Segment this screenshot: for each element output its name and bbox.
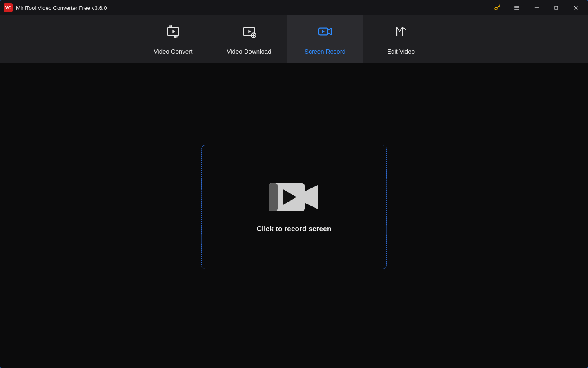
record-screen-button[interactable]: Click to record screen (201, 145, 387, 269)
tab-video-convert[interactable]: Video Convert (135, 15, 211, 63)
convert-icon (165, 23, 181, 40)
camcorder-icon (268, 181, 320, 213)
maximize-icon (553, 4, 559, 11)
tab-edit-video[interactable]: Edit Video (363, 15, 439, 63)
record-icon (317, 23, 333, 40)
main-tabstrip: Video Convert Video Download (0, 15, 588, 63)
titlebar-left: VC MiniTool Video Converter Free v3.6.0 (4, 3, 107, 12)
svg-rect-16 (269, 183, 278, 211)
tab-label: Edit Video (387, 48, 415, 55)
close-icon (572, 4, 579, 11)
upgrade-key-button[interactable] (488, 1, 507, 14)
close-button[interactable] (566, 1, 585, 14)
hamburger-menu-button[interactable] (508, 1, 526, 14)
svg-marker-14 (322, 29, 325, 33)
svg-marker-17 (305, 185, 318, 209)
tab-label: Screen Record (305, 48, 345, 55)
tab-label: Video Download (227, 48, 272, 55)
tabstrip-spacer (0, 15, 135, 63)
main-content: Click to record screen (0, 63, 588, 368)
edit-icon (393, 23, 409, 40)
tab-screen-record[interactable]: Screen Record (287, 15, 363, 63)
app-window: VC MiniTool Video Converter Free v3.6.0 (0, 0, 588, 368)
download-icon (241, 23, 257, 40)
maximize-button[interactable] (547, 1, 566, 14)
svg-marker-11 (248, 29, 251, 33)
tab-video-download[interactable]: Video Download (211, 15, 287, 63)
tab-label: Video Convert (154, 48, 193, 55)
svg-rect-5 (555, 6, 558, 9)
window-title: MiniTool Video Converter Free v3.6.0 (16, 5, 107, 11)
minimize-button[interactable] (527, 1, 546, 14)
hamburger-icon (514, 4, 520, 11)
minimize-icon (533, 4, 540, 11)
titlebar: VC MiniTool Video Converter Free v3.6.0 (0, 0, 588, 15)
tabs-container: Video Convert Video Download (135, 15, 439, 63)
svg-marker-9 (172, 29, 175, 33)
key-icon (494, 4, 501, 11)
titlebar-right (488, 1, 585, 14)
record-prompt-label: Click to record screen (257, 225, 332, 233)
app-logo-icon: VC (4, 3, 13, 12)
